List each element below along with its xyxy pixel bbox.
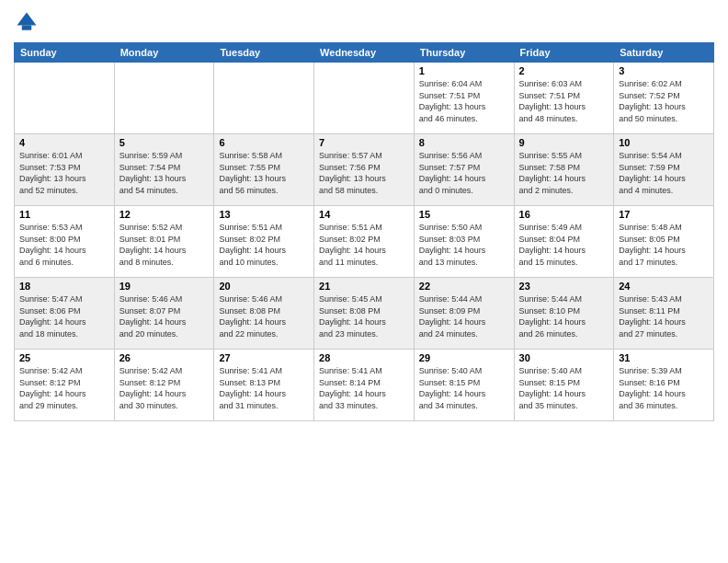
- day-number: 27: [219, 352, 309, 363]
- day-info: Sunrise: 6:01 AM Sunset: 7:53 PM Dayligh…: [19, 150, 109, 196]
- weekday-header-row: SundayMondayTuesdayWednesdayThursdayFrid…: [15, 43, 714, 63]
- day-info: Sunrise: 5:46 AM Sunset: 8:07 PM Dayligh…: [119, 293, 210, 339]
- day-number: 23: [519, 281, 609, 292]
- calendar-cell: 20Sunrise: 5:46 AM Sunset: 8:08 PM Dayli…: [214, 278, 314, 350]
- calendar-row-2: 4Sunrise: 6:01 AM Sunset: 7:53 PM Daylig…: [15, 134, 714, 206]
- day-info: Sunrise: 5:53 AM Sunset: 8:00 PM Dayligh…: [19, 222, 109, 268]
- day-info: Sunrise: 5:46 AM Sunset: 8:08 PM Dayligh…: [219, 293, 309, 339]
- day-info: Sunrise: 5:59 AM Sunset: 7:54 PM Dayligh…: [119, 150, 210, 196]
- calendar-cell: 14Sunrise: 5:51 AM Sunset: 8:02 PM Dayli…: [314, 206, 415, 278]
- calendar-cell: 6Sunrise: 5:58 AM Sunset: 7:55 PM Daylig…: [214, 134, 314, 206]
- weekday-header-thursday: Thursday: [414, 43, 514, 63]
- weekday-header-sunday: Sunday: [15, 43, 115, 63]
- calendar-cell: 11Sunrise: 5:53 AM Sunset: 8:00 PM Dayli…: [15, 206, 115, 278]
- calendar-cell: [114, 63, 214, 134]
- day-number: 18: [19, 281, 109, 292]
- day-info: Sunrise: 5:47 AM Sunset: 8:06 PM Dayligh…: [19, 293, 109, 339]
- calendar-table: SundayMondayTuesdayWednesdayThursdayFrid…: [14, 42, 714, 421]
- calendar-cell: 3Sunrise: 6:02 AM Sunset: 7:52 PM Daylig…: [614, 63, 714, 134]
- day-number: 15: [419, 209, 509, 220]
- day-number: 16: [519, 209, 609, 220]
- day-number: 1: [419, 65, 509, 76]
- day-number: 11: [19, 209, 109, 220]
- logo-icon: [14, 9, 40, 35]
- day-info: Sunrise: 5:40 AM Sunset: 8:15 PM Dayligh…: [519, 365, 609, 411]
- day-number: 22: [419, 281, 509, 292]
- day-info: Sunrise: 5:48 AM Sunset: 8:05 PM Dayligh…: [619, 222, 709, 268]
- calendar-cell: 13Sunrise: 5:51 AM Sunset: 8:02 PM Dayli…: [214, 206, 314, 278]
- calendar-cell: 2Sunrise: 6:03 AM Sunset: 7:51 PM Daylig…: [514, 63, 614, 134]
- calendar-cell: 26Sunrise: 5:42 AM Sunset: 8:12 PM Dayli…: [114, 350, 214, 421]
- day-number: 4: [19, 137, 109, 148]
- day-info: Sunrise: 5:45 AM Sunset: 8:08 PM Dayligh…: [319, 293, 409, 339]
- calendar-cell: [214, 63, 314, 134]
- calendar-cell: 15Sunrise: 5:50 AM Sunset: 8:03 PM Dayli…: [414, 206, 514, 278]
- calendar-cell: 16Sunrise: 5:49 AM Sunset: 8:04 PM Dayli…: [514, 206, 614, 278]
- calendar-row-5: 25Sunrise: 5:42 AM Sunset: 8:12 PM Dayli…: [15, 350, 714, 421]
- day-info: Sunrise: 5:51 AM Sunset: 8:02 PM Dayligh…: [219, 222, 309, 268]
- calendar-cell: 25Sunrise: 5:42 AM Sunset: 8:12 PM Dayli…: [15, 350, 115, 421]
- day-info: Sunrise: 5:58 AM Sunset: 7:55 PM Dayligh…: [219, 150, 309, 196]
- calendar-cell: 8Sunrise: 5:56 AM Sunset: 7:57 PM Daylig…: [414, 134, 514, 206]
- day-number: 28: [319, 352, 409, 363]
- calendar-cell: 7Sunrise: 5:57 AM Sunset: 7:56 PM Daylig…: [314, 134, 415, 206]
- day-number: 17: [619, 209, 709, 220]
- day-info: Sunrise: 5:54 AM Sunset: 7:59 PM Dayligh…: [619, 150, 709, 196]
- day-info: Sunrise: 5:44 AM Sunset: 8:10 PM Dayligh…: [519, 293, 609, 339]
- day-number: 7: [319, 137, 409, 148]
- day-info: Sunrise: 5:43 AM Sunset: 8:11 PM Dayligh…: [619, 293, 709, 339]
- day-number: 19: [119, 281, 210, 292]
- day-info: Sunrise: 5:42 AM Sunset: 8:12 PM Dayligh…: [119, 365, 210, 411]
- logo: [14, 9, 43, 35]
- calendar-cell: 10Sunrise: 5:54 AM Sunset: 7:59 PM Dayli…: [614, 134, 714, 206]
- calendar-cell: 31Sunrise: 5:39 AM Sunset: 8:16 PM Dayli…: [614, 350, 714, 421]
- day-info: Sunrise: 6:04 AM Sunset: 7:51 PM Dayligh…: [419, 78, 509, 124]
- day-number: 12: [119, 209, 210, 220]
- day-info: Sunrise: 5:41 AM Sunset: 8:14 PM Dayligh…: [319, 365, 409, 411]
- weekday-header-tuesday: Tuesday: [214, 43, 314, 63]
- calendar-cell: 24Sunrise: 5:43 AM Sunset: 8:11 PM Dayli…: [614, 278, 714, 350]
- svg-marker-0: [17, 13, 37, 26]
- day-number: 31: [619, 352, 709, 363]
- day-info: Sunrise: 6:03 AM Sunset: 7:51 PM Dayligh…: [519, 78, 609, 124]
- calendar-cell: 1Sunrise: 6:04 AM Sunset: 7:51 PM Daylig…: [414, 63, 514, 134]
- calendar-cell: 4Sunrise: 6:01 AM Sunset: 7:53 PM Daylig…: [15, 134, 115, 206]
- day-number: 20: [219, 281, 309, 292]
- day-number: 5: [119, 137, 210, 148]
- calendar-cell: 17Sunrise: 5:48 AM Sunset: 8:05 PM Dayli…: [614, 206, 714, 278]
- calendar-cell: 18Sunrise: 5:47 AM Sunset: 8:06 PM Dayli…: [15, 278, 115, 350]
- day-info: Sunrise: 5:44 AM Sunset: 8:09 PM Dayligh…: [419, 293, 509, 339]
- weekday-header-friday: Friday: [514, 43, 614, 63]
- svg-rect-1: [22, 26, 32, 30]
- day-number: 24: [619, 281, 709, 292]
- calendar-cell: [314, 63, 415, 134]
- calendar-cell: 23Sunrise: 5:44 AM Sunset: 8:10 PM Dayli…: [514, 278, 614, 350]
- day-info: Sunrise: 5:52 AM Sunset: 8:01 PM Dayligh…: [119, 222, 210, 268]
- day-number: 21: [319, 281, 409, 292]
- calendar-page: SundayMondayTuesdayWednesdayThursdayFrid…: [0, 0, 728, 563]
- day-info: Sunrise: 5:55 AM Sunset: 7:58 PM Dayligh…: [519, 150, 609, 196]
- day-number: 14: [319, 209, 409, 220]
- day-info: Sunrise: 5:41 AM Sunset: 8:13 PM Dayligh…: [219, 365, 309, 411]
- calendar-cell: 9Sunrise: 5:55 AM Sunset: 7:58 PM Daylig…: [514, 134, 614, 206]
- day-number: 9: [519, 137, 609, 148]
- day-number: 25: [19, 352, 109, 363]
- calendar-cell: 29Sunrise: 5:40 AM Sunset: 8:15 PM Dayli…: [414, 350, 514, 421]
- calendar-cell: 27Sunrise: 5:41 AM Sunset: 8:13 PM Dayli…: [214, 350, 314, 421]
- weekday-header-saturday: Saturday: [614, 43, 714, 63]
- day-info: Sunrise: 5:49 AM Sunset: 8:04 PM Dayligh…: [519, 222, 609, 268]
- calendar-cell: 30Sunrise: 5:40 AM Sunset: 8:15 PM Dayli…: [514, 350, 614, 421]
- calendar-row-3: 11Sunrise: 5:53 AM Sunset: 8:00 PM Dayli…: [15, 206, 714, 278]
- day-number: 13: [219, 209, 309, 220]
- calendar-cell: 21Sunrise: 5:45 AM Sunset: 8:08 PM Dayli…: [314, 278, 415, 350]
- calendar-cell: 22Sunrise: 5:44 AM Sunset: 8:09 PM Dayli…: [414, 278, 514, 350]
- calendar-cell: 19Sunrise: 5:46 AM Sunset: 8:07 PM Dayli…: [114, 278, 214, 350]
- day-number: 26: [119, 352, 210, 363]
- day-number: 29: [419, 352, 509, 363]
- calendar-row-1: 1Sunrise: 6:04 AM Sunset: 7:51 PM Daylig…: [15, 63, 714, 134]
- day-info: Sunrise: 5:56 AM Sunset: 7:57 PM Dayligh…: [419, 150, 509, 196]
- day-info: Sunrise: 5:50 AM Sunset: 8:03 PM Dayligh…: [419, 222, 509, 268]
- calendar-row-4: 18Sunrise: 5:47 AM Sunset: 8:06 PM Dayli…: [15, 278, 714, 350]
- day-info: Sunrise: 5:39 AM Sunset: 8:16 PM Dayligh…: [619, 365, 709, 411]
- day-number: 6: [219, 137, 309, 148]
